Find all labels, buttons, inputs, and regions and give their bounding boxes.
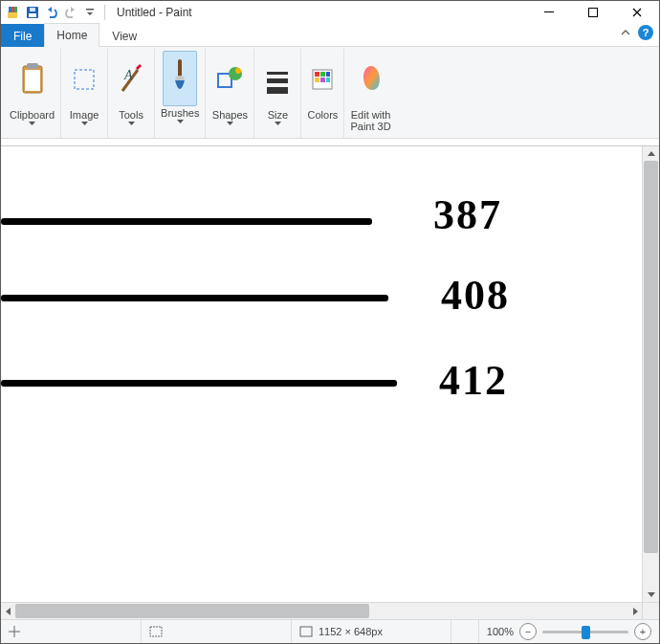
drawn-line <box>1 295 388 301</box>
scroll-left-icon[interactable] <box>1 603 15 619</box>
group-label: Size <box>268 109 288 121</box>
group-brushes[interactable]: Brushes <box>155 49 206 138</box>
zoom-slider-thumb[interactable] <box>582 626 590 639</box>
svg-text:A: A <box>123 68 133 82</box>
group-label: Image <box>70 109 99 121</box>
group-colors[interactable]: Colors <box>301 49 344 138</box>
tools-icon: A <box>114 51 148 108</box>
svg-rect-0 <box>8 11 17 18</box>
group-image[interactable]: Image <box>61 49 108 138</box>
dropdown-icon[interactable] <box>177 120 184 123</box>
svg-rect-25 <box>326 72 330 77</box>
group-label: Tools <box>119 109 143 121</box>
svg-rect-7 <box>86 9 94 11</box>
zoom-out-button[interactable]: − <box>519 623 537 640</box>
redo-icon[interactable] <box>62 4 79 21</box>
zoom-controls: 100% − + <box>479 623 659 640</box>
group-label: Colors <box>308 109 339 121</box>
svg-rect-2 <box>11 7 14 12</box>
canvas-top-edge <box>1 139 659 146</box>
collapse-ribbon-icon[interactable] <box>621 28 630 37</box>
svg-rect-8 <box>544 11 554 12</box>
window-title: Untitled - Paint <box>117 6 192 19</box>
horizontal-scrollbar[interactable] <box>1 602 659 619</box>
minimize-button[interactable] <box>527 1 571 23</box>
svg-rect-24 <box>320 72 325 77</box>
svg-rect-28 <box>326 78 330 82</box>
svg-rect-30 <box>300 627 312 636</box>
group-size[interactable]: Size <box>254 49 301 138</box>
group-clipboard[interactable]: Clipboard <box>4 49 61 138</box>
tab-home[interactable]: Home <box>44 23 99 47</box>
group-label: Clipboard <box>10 109 55 121</box>
svg-rect-27 <box>320 78 325 82</box>
scrollbar-thumb[interactable] <box>15 604 369 618</box>
drawn-number: 408 <box>441 271 510 320</box>
window-controls <box>527 1 659 23</box>
svg-rect-6 <box>30 8 35 11</box>
ribbon: Clipboard Image A Tools Brushes <box>1 47 659 139</box>
scroll-up-icon[interactable] <box>643 146 659 161</box>
selection-icon <box>149 626 163 637</box>
dropdown-icon[interactable] <box>29 122 35 125</box>
canvas[interactable]: 387 408 412 <box>1 146 642 602</box>
shapes-icon <box>211 51 248 108</box>
tab-file[interactable]: File <box>1 24 44 47</box>
group-tools[interactable]: A Tools <box>108 49 155 138</box>
scrollbar-thumb[interactable] <box>644 161 658 553</box>
status-selection <box>142 620 292 643</box>
title-bar: Untitled - Paint <box>1 1 659 23</box>
close-button[interactable] <box>615 1 659 23</box>
undo-icon[interactable] <box>43 4 60 21</box>
help-icon[interactable]: ? <box>638 25 653 40</box>
app-icon <box>5 4 22 21</box>
brush-icon <box>163 51 197 106</box>
group-shapes[interactable]: Shapes <box>206 49 254 138</box>
dimensions-icon <box>299 626 313 637</box>
quick-access-toolbar <box>1 4 99 21</box>
scrollbar-corner <box>642 603 659 619</box>
svg-rect-13 <box>75 70 94 89</box>
svg-rect-23 <box>315 72 319 77</box>
clipboard-icon <box>14 51 51 108</box>
svg-rect-1 <box>9 7 11 12</box>
svg-rect-26 <box>315 78 319 82</box>
app-window: Untitled - Paint File Home View ? Clipbo… <box>0 0 660 644</box>
dropdown-icon[interactable] <box>128 122 135 125</box>
drawn-line <box>1 380 397 387</box>
svg-rect-19 <box>267 72 288 75</box>
maximize-button[interactable] <box>571 1 615 23</box>
drawn-number: 387 <box>433 190 502 239</box>
group-label: Edit withPaint 3D <box>350 109 390 132</box>
save-icon[interactable] <box>24 4 41 21</box>
size-icon <box>260 51 295 108</box>
scroll-down-icon[interactable] <box>643 588 659 602</box>
dropdown-icon[interactable] <box>81 122 88 125</box>
drawn-line <box>1 218 372 225</box>
group-edit-3d[interactable]: Edit withPaint 3D <box>344 49 396 138</box>
svg-rect-12 <box>27 63 38 69</box>
ribbon-tabs: File Home View ? <box>1 23 659 47</box>
svg-rect-21 <box>267 87 288 94</box>
scroll-right-icon[interactable] <box>628 603 643 619</box>
tab-view[interactable]: View <box>99 24 149 47</box>
status-filesize <box>451 620 479 643</box>
zoom-in-button[interactable]: + <box>634 623 651 640</box>
colors-icon <box>307 51 338 108</box>
vertical-scrollbar[interactable] <box>642 146 659 602</box>
dimensions-text: 1152 × 648px <box>319 626 383 637</box>
status-dimensions: 1152 × 648px <box>292 620 451 643</box>
group-label: Shapes <box>212 109 248 121</box>
zoom-text: 100% <box>487 626 514 637</box>
dropdown-icon[interactable] <box>275 122 281 125</box>
group-label: Brushes <box>161 107 199 119</box>
status-cursor-pos <box>1 620 142 643</box>
svg-rect-5 <box>29 13 36 17</box>
dropdown-icon[interactable] <box>227 122 233 125</box>
svg-rect-29 <box>150 627 162 636</box>
svg-rect-3 <box>14 7 17 12</box>
qat-customize-icon[interactable] <box>81 4 99 21</box>
work-area: 387 408 412 <box>1 139 659 619</box>
zoom-slider[interactable] <box>542 631 628 633</box>
paint-3d-icon <box>354 51 388 108</box>
